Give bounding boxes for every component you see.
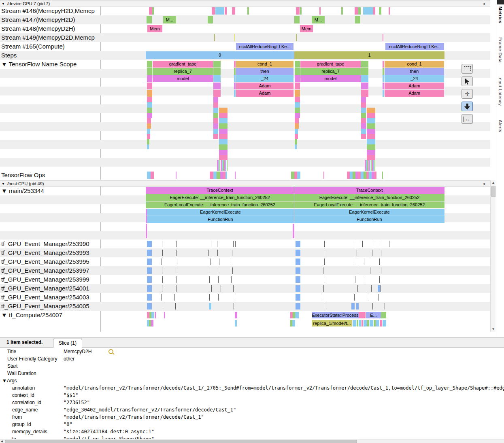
trace-slice[interactable] [234,83,236,89]
trace-slice[interactable] [234,34,235,41]
trace-slice[interactable] [358,172,361,179]
trace-slice[interactable] [219,118,228,123]
trace-slice[interactable] [382,172,383,179]
trace-slice[interactable] [296,267,300,274]
trace-slice[interactable]: Adam [236,83,293,89]
side-tab-metrics[interactable]: Metrics [498,6,503,23]
track-expander[interactable]: ▼ tf_Compute/254007 [1,312,100,319]
trace-slice[interactable]: _24 [385,75,444,82]
trace-slice[interactable]: FunctionRun [294,216,444,223]
h-zoom-tool[interactable]: ↔ [461,114,473,124]
scrollbar-thumb[interactable] [491,186,495,197]
trace-slice[interactable] [370,320,373,326]
trace-slice[interactable] [219,150,228,155]
trace-slice[interactable] [296,34,297,41]
trace-slice[interactable] [147,83,152,89]
trace-slice[interactable] [219,123,228,129]
trace-slice[interactable] [296,294,300,301]
trace-slice[interactable] [350,172,353,179]
trace-slice[interactable] [296,276,300,283]
trace-slice[interactable] [155,312,156,318]
scroll-left-icon[interactable]: ◀ [1,439,3,443]
trace-slice[interactable] [293,224,294,238]
trace-slice[interactable] [213,102,218,108]
trace-slice[interactable] [295,61,300,68]
trace-slice[interactable] [235,320,237,326]
trace-slice[interactable] [295,75,300,82]
trace-slice[interactable]: 1 [294,51,444,59]
trace-slice[interactable] [147,102,152,108]
trace-slice[interactable] [295,108,300,113]
trace-slice[interactable] [295,90,300,97]
trace-slice[interactable] [355,7,358,15]
gpu-close-button[interactable]: x [483,1,486,6]
trace-slice[interactable] [361,129,366,134]
marquee-select-tool[interactable] [461,64,473,74]
trace-slice[interactable] [367,118,375,123]
trace-slice[interactable] [357,320,358,326]
trace-slice[interactable] [383,75,384,82]
trace-slice[interactable] [356,303,359,309]
trace-slice[interactable] [147,61,152,68]
trace-slice[interactable] [147,303,152,309]
trace-slice[interactable] [147,134,150,139]
trace-slice[interactable]: Mem [300,25,313,32]
trace-slice[interactable]: EagerLocalExecute: __inference_train_fun… [146,201,294,208]
trace-slice[interactable] [323,172,324,179]
trace-slice[interactable]: TraceContext [294,187,444,194]
trace-slice[interactable] [294,172,297,179]
trace-slice[interactable] [361,172,364,179]
trace-slice[interactable] [361,83,368,89]
scroll-up-icon[interactable]: ▲ [491,181,496,184]
trace-slice[interactable] [353,320,356,326]
trace-slice[interactable] [367,150,375,155]
trace-slice[interactable] [358,7,361,15]
trace-slice[interactable] [295,83,300,89]
trace-slice[interactable]: EagerExecute: __inference_train_function… [146,194,294,201]
trace-slice[interactable] [149,7,152,15]
trace-slice[interactable] [294,16,300,23]
trace-slice[interactable] [351,303,355,309]
trace-slice[interactable] [220,172,223,179]
trace-slice[interactable] [295,113,300,118]
trace-slice[interactable]: 0 [146,51,294,59]
trace-slice[interactable] [361,108,366,113]
trace-slice[interactable]: Mem [147,25,162,32]
trace-slice[interactable] [213,129,218,134]
trace-slice[interactable] [147,144,149,149]
trace-slice[interactable] [213,61,221,68]
trace-slice[interactable] [300,7,302,15]
trace-slice[interactable] [295,118,299,123]
trace-slice[interactable] [359,312,366,318]
trace-slice[interactable] [234,90,236,97]
trace-slice[interactable] [213,108,218,113]
trace-slice[interactable]: ncclAllReduceRingLLKe... [385,43,444,50]
trace-slice[interactable]: M... [163,16,176,23]
trace-slice[interactable] [213,83,221,89]
trace-slice[interactable] [364,320,367,326]
trace-slice[interactable]: ExecutorState::Process [312,312,359,318]
side-tab-alerts[interactable]: Alerts [498,120,503,132]
trace-slice[interactable] [215,7,224,15]
cpu-scrollbar[interactable]: ▲ ▼ [490,180,495,332]
scroll-down-icon[interactable]: ▼ [491,327,496,331]
trace-slice[interactable] [235,172,236,179]
track-expander[interactable]: ▼ main/253344 [1,187,100,195]
trace-slice[interactable] [381,312,386,318]
trace-slice[interactable] [147,276,152,283]
trace-slice[interactable] [389,7,390,15]
trace-slice[interactable]: EagerExecute: __inference_train_function… [294,194,444,201]
trace-slice[interactable]: then [236,68,293,75]
trace-slice[interactable] [146,224,147,238]
trace-slice[interactable] [347,172,350,179]
trace-slice[interactable] [213,134,218,139]
trace-slice[interactable] [147,16,152,23]
trace-slice[interactable] [234,61,236,68]
trace-slice[interactable]: Adam [236,90,293,97]
trace-slice[interactable] [208,16,213,23]
trace-slice[interactable] [369,172,372,179]
trace-slice[interactable] [213,113,218,118]
trace-slice[interactable] [219,129,228,134]
trace-slice[interactable] [380,320,382,326]
trace-slice[interactable] [295,134,298,139]
